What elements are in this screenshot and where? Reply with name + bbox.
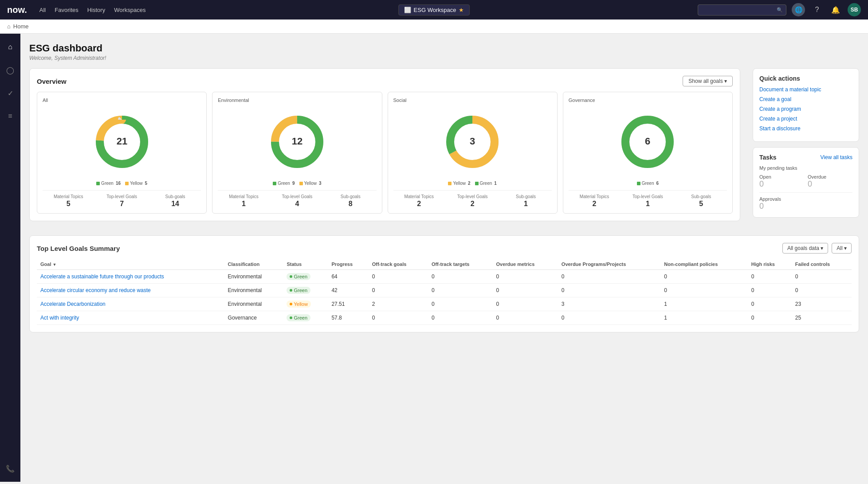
sidebar-icon-phone[interactable]: 📞 — [2, 461, 18, 476]
overdue-metrics-cell: 0 — [492, 270, 558, 284]
non-compliant-cell: 0 — [660, 270, 747, 284]
avatar[interactable]: SB — [848, 3, 861, 16]
chart-env-legend: Green9 Yellow3 — [218, 181, 376, 186]
bell-icon-btn[interactable]: 🔔 — [829, 3, 842, 16]
failed-controls-cell: 0 — [792, 270, 852, 284]
show-all-goals-button[interactable]: Show all goals ▾ — [683, 76, 733, 86]
app-shell: ⌂ ◯ ✓ ≡ 📞 ESG dashboard Welcome, System … — [0, 34, 868, 482]
overview-layout: Overview Show all goals ▾ All — [29, 68, 859, 228]
qa-link-disclosure[interactable]: Start a disclosure — [759, 125, 852, 132]
classification-cell: Governance — [224, 311, 283, 325]
status-cell: Green — [283, 284, 328, 297]
table-row: Accelerate circular economy and reduce w… — [37, 284, 852, 297]
high-risks-cell: 0 — [748, 297, 792, 311]
col-classification: Classification — [224, 259, 283, 270]
help-icon-btn[interactable]: ? — [810, 3, 824, 16]
right-panel: Quick actions Document a material topic … — [753, 68, 859, 228]
pending-label: My pending tasks — [759, 165, 852, 171]
off-track-targets-cell: 0 — [428, 270, 493, 284]
tasks-card: Tasks View all tasks My pending tasks Op… — [753, 147, 859, 218]
nav-history[interactable]: History — [87, 7, 105, 13]
qa-link-project[interactable]: Create a project — [759, 116, 852, 122]
non-compliant-cell: 1 — [660, 311, 747, 325]
table-body: Accelerate a sustainable future through … — [37, 270, 852, 325]
off-track-targets-cell: 0 — [428, 297, 493, 311]
high-risks-cell: 0 — [748, 270, 792, 284]
filter-all-button[interactable]: All ▾ — [832, 243, 852, 254]
nav-all[interactable]: All — [39, 7, 46, 13]
classification-cell: Environmental — [224, 297, 283, 311]
search-input[interactable] — [698, 4, 786, 16]
failed-controls-cell: 25 — [792, 311, 852, 325]
filter-goals-data-button[interactable]: All goals data ▾ — [782, 243, 828, 254]
quick-actions-card: Quick actions Document a material topic … — [753, 68, 859, 142]
globe-icon-btn[interactable]: 🌐 — [792, 3, 805, 16]
workspace-label: ESG Workspace — [414, 7, 456, 13]
progress-cell: 64 — [328, 270, 368, 284]
col-goal: Goal ▼ — [37, 259, 224, 270]
off-track-goals-cell: 0 — [369, 311, 428, 325]
chart-governance: Governance 6 Green6 Materia — [563, 92, 733, 214]
qa-link-program[interactable]: Create a program — [759, 106, 852, 112]
chart-all-label: All — [43, 98, 201, 103]
off-track-targets-cell: 0 — [428, 284, 493, 297]
chart-gov-legend: Green6 — [569, 181, 727, 186]
home-breadcrumb-icon: ⌂ — [7, 23, 11, 30]
off-track-goals-cell: 0 — [369, 270, 428, 284]
nav-workspaces[interactable]: Workspaces — [114, 7, 145, 13]
classification-cell: Environmental — [224, 270, 283, 284]
overdue-programs-cell: 0 — [558, 270, 660, 284]
workspace-badge[interactable]: ⬜ ESG Workspace ★ — [398, 4, 470, 16]
goal-name-cell[interactable]: Accelerate Decarbonization — [37, 297, 224, 311]
progress-cell: 57.8 — [328, 311, 368, 325]
col-status: Status — [283, 259, 328, 270]
approvals-section: Approvals 0 — [759, 192, 852, 211]
chart-social: Social 3 Yellow2 — [388, 92, 558, 214]
table-header: Top Level Goals Summary All goals data ▾… — [37, 243, 852, 254]
high-risks-cell: 0 — [748, 311, 792, 325]
sidebar-icon-check[interactable]: ✓ — [2, 85, 18, 101]
search-wrapper — [698, 4, 786, 16]
view-all-tasks-link[interactable]: View all tasks — [821, 154, 852, 160]
qa-link-goal[interactable]: Create a goal — [759, 96, 852, 102]
overview-header: Overview Show all goals ▾ — [37, 76, 733, 86]
svg-text:12: 12 — [292, 136, 302, 147]
off-track-goals-cell: 0 — [369, 284, 428, 297]
sidebar: ⌂ ◯ ✓ ≡ 📞 — [0, 34, 20, 482]
tasks-title: Tasks — [759, 154, 777, 161]
overdue-programs-cell: 0 — [558, 284, 660, 297]
qa-link-material[interactable]: Document a material topic — [759, 86, 852, 93]
open-tasks-col: Open 0 — [759, 174, 804, 189]
failed-controls-cell: 0 — [792, 284, 852, 297]
chart-env-donut: 12 — [218, 106, 376, 177]
nav-right: 🌐 ? 🔔 SB — [698, 3, 861, 16]
nav-favorites[interactable]: Favorites — [55, 7, 78, 13]
sidebar-icon-list[interactable]: ≡ — [2, 108, 18, 124]
classification-cell: Environmental — [224, 284, 283, 297]
overdue-programs-cell: 3 — [558, 297, 660, 311]
approvals-label: Approvals — [759, 196, 852, 202]
progress-cell: 27.51 — [328, 297, 368, 311]
overdue-count: 0 — [808, 180, 852, 189]
chart-social-legend: Yellow2 Green1 — [393, 181, 552, 186]
sidebar-icon-clock[interactable]: ◯ — [2, 62, 18, 78]
off-track-goals-cell: 2 — [369, 297, 428, 311]
goal-name-cell[interactable]: Accelerate a sustainable future through … — [37, 270, 224, 284]
top-nav: now. All Favorites History Workspaces ⬜ … — [0, 0, 868, 20]
breadcrumb-home-label[interactable]: Home — [13, 23, 29, 30]
chart-all: All 21 Green16 Yell — [37, 92, 207, 214]
goal-name-cell[interactable]: Act with integrity — [37, 311, 224, 325]
goal-name-cell[interactable]: Accelerate circular economy and reduce w… — [37, 284, 224, 297]
non-compliant-cell: 1 — [660, 297, 747, 311]
sidebar-icon-home[interactable]: ⌂ — [2, 39, 18, 55]
star-icon: ★ — [459, 7, 464, 13]
table-filters: All goals data ▾ All ▾ — [782, 243, 852, 254]
col-high-risks: High risks — [748, 259, 792, 270]
failed-controls-cell: 23 — [792, 297, 852, 311]
page-subtitle: Welcome, System Administrator! — [29, 55, 859, 61]
svg-text:3: 3 — [470, 136, 475, 147]
page-title: ESG dashboard — [29, 43, 859, 54]
overdue-metrics-cell: 0 — [492, 311, 558, 325]
logo: now. — [7, 5, 27, 15]
chart-social-label: Social — [393, 98, 552, 103]
